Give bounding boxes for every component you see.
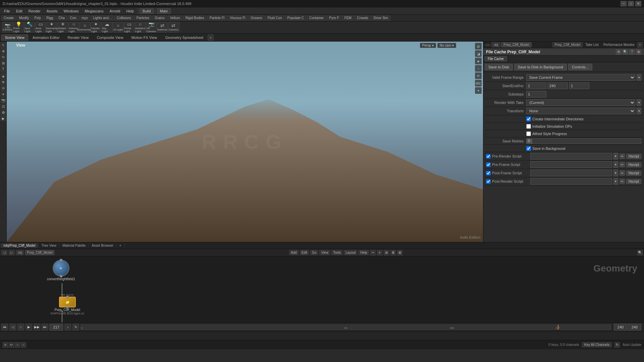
ng-tab-tree-view[interactable]: Tree View xyxy=(39,243,59,248)
pre-render-edit-icon[interactable]: ✏ xyxy=(620,154,625,159)
start-input[interactable] xyxy=(526,82,546,89)
node-graph-content[interactable]: Geometry ⊕ convertheightfield1 File Cach… xyxy=(0,256,644,322)
path-obj[interactable]: obj xyxy=(491,42,500,47)
ng-tool-3[interactable]: ⊞ xyxy=(384,250,389,255)
tool-portal-light[interactable]: ▭ Portal Light xyxy=(124,22,135,33)
path-prep-cliff[interactable]: Prep_Cliff_Model xyxy=(501,42,532,47)
controls-button[interactable]: Controls... xyxy=(568,64,592,70)
pre-frame-hscript-btn[interactable]: Hscript xyxy=(626,162,641,167)
ng-tool-4[interactable]: ≣ xyxy=(390,250,396,255)
shelf-tab-con[interactable]: Con xyxy=(68,15,78,20)
node-prep-cliff-model[interactable]: File Cache 📁 Prep_Cliff_Model SHIPNAME.$… xyxy=(50,293,85,315)
select-tool[interactable]: ↖ xyxy=(1,42,6,48)
tool-geometry-light[interactable]: ✦ Geometry Light xyxy=(46,22,57,33)
camera-tool[interactable]: 📷 xyxy=(1,98,6,103)
ng-add-btn[interactable]: Add xyxy=(289,250,299,255)
pre-frame-script-input[interactable] xyxy=(530,161,612,168)
tab-take-list[interactable]: Take List xyxy=(583,43,600,47)
pre-render-script-menu[interactable]: ▾ xyxy=(613,153,618,160)
fc-top-connector[interactable] xyxy=(66,296,69,298)
shelf-tab-populate[interactable]: Populate C xyxy=(285,15,306,20)
tool-distant-light[interactable]: ☀ Distant Light xyxy=(57,22,68,33)
post-render-edit-icon[interactable]: ✏ xyxy=(620,179,625,184)
scale-tool[interactable]: ⊞ xyxy=(1,60,6,66)
tumble-tool[interactable]: ⟳ xyxy=(1,85,6,91)
tool-ambient-light[interactable]: ○ Ambient Light xyxy=(135,22,146,33)
post-render-hscript-btn[interactable]: Hscript xyxy=(626,179,641,184)
tab-animation-editor[interactable]: Animation Editor xyxy=(29,35,63,41)
timeline-scrub-bar[interactable]: 0 84 168 217 xyxy=(80,324,611,330)
rotate-tool[interactable]: ↻ xyxy=(1,54,6,60)
tool-spot-light[interactable]: 🔦 Spot Light xyxy=(24,22,35,33)
pose-tool[interactable]: ✿ xyxy=(1,110,6,115)
transform-tool[interactable]: T xyxy=(1,66,6,72)
post-frame-edit-icon[interactable]: ✏ xyxy=(620,170,625,176)
pre-render-hscript-btn[interactable]: Hscript xyxy=(626,154,641,159)
tab-render-view[interactable]: Render View xyxy=(64,35,93,41)
node-bottom-connector[interactable] xyxy=(60,275,62,278)
fc-bottom-connector[interactable] xyxy=(66,306,69,308)
ng-breadcrumb-prep[interactable]: Prep_Cliff_Model xyxy=(25,250,54,255)
initialize-simulation-checkbox[interactable] xyxy=(526,124,531,129)
shelf-tab-mys[interactable]: mys xyxy=(79,15,90,20)
forward-button[interactable]: ▷ xyxy=(488,43,491,47)
transform-select[interactable]: None xyxy=(526,108,635,114)
key-all-channels-btn[interactable]: Key All Channels xyxy=(582,342,612,347)
shelf-tab-oceans[interactable]: Oceans xyxy=(248,15,264,20)
ng-view-btn[interactable]: View xyxy=(319,250,330,255)
save-retries-slider[interactable]: 0 xyxy=(526,138,641,144)
create-intermediate-checkbox[interactable] xyxy=(526,117,531,121)
pre-frame-script-checkbox[interactable] xyxy=(486,163,491,167)
shelf-tab-container[interactable]: Container xyxy=(307,15,326,20)
fc-help-icon[interactable]: ? xyxy=(629,49,635,55)
main-button[interactable]: Main xyxy=(157,8,171,14)
menu-arnold[interactable]: Arnold xyxy=(107,8,123,14)
tab-geometry-spreadsheet[interactable]: Geometry Spreadsheet xyxy=(162,35,207,41)
node-convertheightfield1[interactable]: ⊕ convertheightfield1 xyxy=(47,260,75,281)
post-frame-hscript-btn[interactable]: Hscript xyxy=(626,171,641,176)
tool-camera[interactable]: 📷 Camera xyxy=(2,22,13,33)
shelf-tab-poly[interactable]: Poly xyxy=(32,15,43,20)
post-render-script-menu[interactable]: ▾ xyxy=(613,178,618,185)
tab-prep-cliff-model[interactable]: Prep_Cliff_Model xyxy=(552,42,583,47)
ng-tab-prep-cliff[interactable]: /obj/Prep_Cliff_Model xyxy=(1,243,38,248)
handle-tool[interactable]: ◈ xyxy=(1,73,6,79)
tool-vr-camera[interactable]: 📷 VR Camera xyxy=(146,22,157,33)
ng-help-btn[interactable]: Help xyxy=(359,250,369,255)
viewport[interactable]: RRCG View Persp ▾ No cam ▾ ⊞ ◪ ◈ ○ ⟳ abc… xyxy=(7,42,483,242)
menu-windows[interactable]: Windows xyxy=(61,8,82,14)
shelf-tab-drivesim[interactable]: Drive Sim xyxy=(371,15,390,20)
valid-frame-chevron[interactable]: ▾ xyxy=(637,74,641,81)
menu-render[interactable]: Render xyxy=(26,8,43,14)
maximize-button[interactable]: □ xyxy=(628,1,634,6)
status-icon-3[interactable]: ○ xyxy=(15,342,20,348)
move-tool[interactable]: ⊕ xyxy=(1,48,6,54)
tl-btn-next-key[interactable]: ⏭ xyxy=(42,324,48,330)
tool-sky-light[interactable]: ☁ Sky Light xyxy=(102,22,112,33)
post-render-script-input[interactable] xyxy=(530,178,612,185)
fc-search-icon[interactable]: 🔍 xyxy=(623,49,628,55)
status-icon-4[interactable]: ○ xyxy=(21,342,26,348)
tl-btn-prev-key[interactable]: ⏮ xyxy=(1,324,8,330)
post-frame-script-checkbox[interactable] xyxy=(486,171,491,175)
add-panel-tab[interactable]: + xyxy=(208,35,214,41)
shelf-tab-particles[interactable]: Particles xyxy=(134,15,152,20)
save-to-disk-button[interactable]: Save to Disk xyxy=(485,64,513,70)
tab-performance-monitor[interactable]: Performance Monitor xyxy=(601,43,637,47)
shelf-tab-lights[interactable]: Lights and... xyxy=(91,15,114,20)
tool-area-light[interactable]: ▭ Area Light xyxy=(35,22,46,33)
ng-breadcrumb-obj[interactable]: obj xyxy=(16,250,24,255)
render-with-take-select[interactable]: (Current) xyxy=(526,99,635,106)
tl-btn-play-fwd[interactable]: ▶▶ xyxy=(34,324,40,330)
tl-btn-play[interactable]: ▶ xyxy=(25,324,32,330)
fc-settings-icon[interactable]: ⚙ xyxy=(616,49,621,55)
shelf-tab-modify[interactable]: Modify xyxy=(17,15,31,20)
fc-expand-icon[interactable]: ⊞ xyxy=(636,49,641,55)
save-in-bg-checkbox[interactable] xyxy=(526,146,531,151)
menu-file[interactable]: File xyxy=(1,8,13,14)
status-icon-1[interactable]: ≡ xyxy=(3,342,8,348)
shelf-tab-fluid[interactable]: Fluid Con xyxy=(265,15,284,20)
alfred-style-checkbox[interactable] xyxy=(526,131,531,136)
shelf-tab-particlefl[interactable]: Particle Fl xyxy=(207,15,227,20)
ng-search-icon[interactable]: 🔍 xyxy=(637,250,643,255)
